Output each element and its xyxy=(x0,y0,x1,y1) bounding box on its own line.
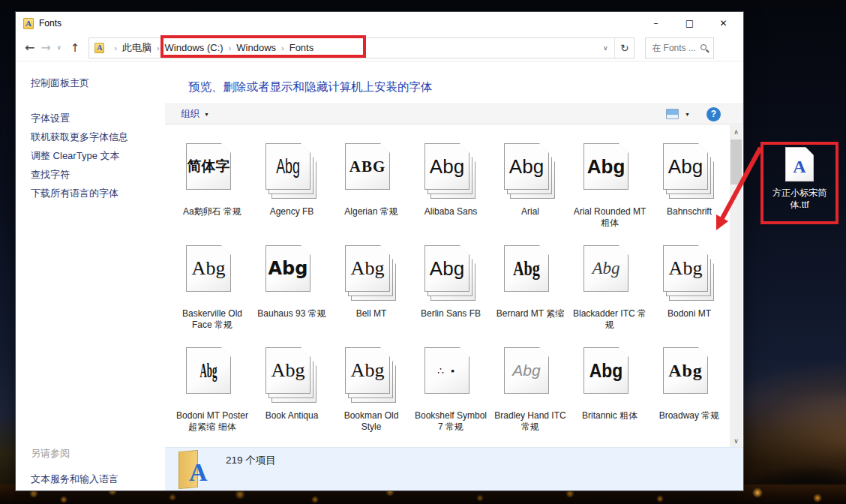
font-item-label: Bahnschrift xyxy=(650,206,729,218)
scroll-down-icon[interactable]: ∨ xyxy=(730,434,742,447)
font-item-label: Bell MT xyxy=(332,308,411,320)
font-item-label: Britannic 粗体 xyxy=(570,410,650,422)
font-item-label: Bradley Hand ITC 常规 xyxy=(490,410,570,433)
sidebar-item-find-character[interactable]: 查找字符 xyxy=(31,165,165,184)
font-item[interactable]: Abg Bradley Hand ITC 常规 xyxy=(490,337,570,439)
font-item-label: Broadway 常规 xyxy=(650,410,729,422)
font-item[interactable]: Abg Berlin Sans FB xyxy=(411,235,490,337)
font-file-icon: Abg xyxy=(582,142,638,200)
navigation-bar: ← → ∨ ↑ › 此电脑 › Windows (C:) › Windows ›… xyxy=(16,34,743,62)
change-view-icon[interactable] xyxy=(666,109,679,119)
font-item[interactable]: Abg Baskerville Old Face 常规 xyxy=(172,235,252,337)
font-item[interactable]: Abg Bernard MT 紧缩 xyxy=(490,235,570,337)
minimize-button[interactable]: – xyxy=(639,12,673,34)
annotation-box-breadcrumb xyxy=(160,35,366,58)
back-icon[interactable]: ← xyxy=(25,40,34,55)
sidebar-item-control-panel-home[interactable]: 控制面板主页 xyxy=(31,74,165,92)
organize-button[interactable]: 组织 ▼ xyxy=(181,108,209,121)
font-item[interactable]: Abg Bahnschrift xyxy=(650,133,729,235)
help-button[interactable]: ? xyxy=(706,107,721,122)
font-item-label: Algerian 常规 xyxy=(332,206,411,218)
font-item[interactable]: Abg Bodoni MT Poster 超紧缩 细体 xyxy=(172,337,252,439)
up-icon[interactable]: ↑ xyxy=(70,41,80,55)
font-item[interactable]: Abg Agency FB xyxy=(252,133,332,235)
font-item[interactable]: 简体字 Aa鹅卵石 常规 xyxy=(172,133,252,235)
font-folder-icon xyxy=(23,18,34,29)
address-fonts-icon xyxy=(94,43,104,53)
breadcrumb-separator: › xyxy=(109,44,122,52)
chevron-down-icon: ▼ xyxy=(204,112,209,117)
font-item[interactable]: Abg Bell MT xyxy=(332,235,411,337)
font-item[interactable]: ABG Algerian 常规 xyxy=(332,133,411,235)
scroll-up-icon[interactable]: ∧ xyxy=(730,125,742,138)
font-item-label: Baskerville Old Face 常规 xyxy=(172,308,252,331)
sidebar-item-download-fonts-all-languages[interactable]: 下载所有语言的字体 xyxy=(31,184,165,202)
font-file-icon: Abg xyxy=(264,142,320,200)
titlebar[interactable]: Fonts – □ ✕ xyxy=(16,12,743,34)
search-box[interactable] xyxy=(645,38,714,58)
close-button[interactable]: ✕ xyxy=(706,12,740,34)
annotation-box-desktop-icon xyxy=(760,142,838,224)
font-item[interactable]: Abg Broadway 常规 xyxy=(650,337,729,439)
font-file-icon: 简体字 xyxy=(184,142,240,200)
font-item[interactable]: Abg Britannic 粗体 xyxy=(570,337,650,439)
details-pane: A 219 个项目 xyxy=(165,447,743,490)
vertical-scrollbar[interactable]: ∧ ∨ xyxy=(730,125,742,447)
fonts-window: Fonts – □ ✕ ← → ∨ ↑ › 此电脑 › Windows (C:)… xyxy=(15,11,744,491)
refresh-icon[interactable]: ↻ xyxy=(614,38,634,58)
font-file-icon: Abg xyxy=(502,346,558,404)
address-dropdown-icon[interactable]: ∨ xyxy=(596,44,614,52)
font-item[interactable]: Abg Bauhaus 93 常规 xyxy=(252,235,332,337)
font-file-icon: Abg xyxy=(264,346,320,404)
sidebar: 控制面板主页 字体设置 联机获取更多字体信息 调整 ClearType 文本 查… xyxy=(16,62,165,490)
sidebar-item-adjust-cleartype[interactable]: 调整 ClearType 文本 xyxy=(31,146,165,165)
sidebar-item-get-more-fonts-online[interactable]: 联机获取更多字体信息 xyxy=(31,128,165,146)
search-icon[interactable] xyxy=(700,44,706,50)
font-file-icon: ABG xyxy=(344,142,399,200)
font-item[interactable]: Abg Arial Rounded MT 粗体 xyxy=(570,133,650,235)
page-title: 预览、删除或者显示和隐藏计算机上安装的字体 xyxy=(188,80,433,95)
font-item-label: Bookshelf Symbol 7 常规 xyxy=(411,410,490,433)
font-item[interactable]: Abg Book Antiqua xyxy=(252,337,332,439)
font-item[interactable]: Abg Blackadder ITC 常规 xyxy=(570,235,650,337)
font-item-label: Berlin Sans FB xyxy=(411,308,490,320)
font-item-label: Bauhaus 93 常规 xyxy=(252,308,332,320)
font-item-label: Agency FB xyxy=(252,206,332,218)
forward-icon[interactable]: → xyxy=(40,40,50,55)
font-file-icon: Abg xyxy=(582,244,638,302)
sidebar-item-text-services-input-languages[interactable]: 文本服务和输入语言 xyxy=(31,470,118,488)
item-count: 219 个项目 xyxy=(226,454,276,467)
font-item[interactable]: ∴ ▪ Bookshelf Symbol 7 常规 xyxy=(411,337,490,439)
font-file-icon: ∴ ▪ xyxy=(423,346,478,404)
font-item[interactable]: Abg Alibaba Sans xyxy=(411,133,490,235)
font-item[interactable]: Abg Arial xyxy=(490,133,570,235)
font-file-icon: Abg xyxy=(662,346,717,404)
font-item-label: Arial Rounded MT 粗体 xyxy=(570,206,650,229)
window-title: Fonts xyxy=(39,18,62,28)
font-file-icon: Abg xyxy=(502,142,558,200)
font-file-icon: Abg xyxy=(423,244,478,302)
views-chevron-down-icon[interactable]: ▼ xyxy=(685,112,690,117)
sidebar-item-font-settings[interactable]: 字体设置 xyxy=(31,109,165,128)
font-item[interactable]: Abg Bodoni MT xyxy=(650,235,729,337)
font-list-area: 简体字 Aa鹅卵石 常规 Abg Agency FB ABG Algerian … xyxy=(165,125,743,447)
scrollbar-thumb[interactable] xyxy=(730,140,742,184)
font-item-label: Book Antiqua xyxy=(252,410,332,422)
font-item-label: Blackadder ITC 常规 xyxy=(570,308,650,331)
font-item[interactable]: Abg Bookman Old Style xyxy=(332,337,411,439)
fonts-folder-icon: A xyxy=(178,451,212,488)
font-file-icon: Abg xyxy=(184,244,240,302)
font-file-icon: Abg xyxy=(582,346,638,404)
history-chevron-icon[interactable]: ∨ xyxy=(57,44,62,51)
font-file-icon: Abg xyxy=(423,142,478,200)
font-file-icon: Abg xyxy=(662,244,717,302)
font-grid: 简体字 Aa鹅卵石 常规 Abg Agency FB ABG Algerian … xyxy=(172,133,729,439)
maximize-button[interactable]: □ xyxy=(673,12,706,34)
command-toolbar: 组织 ▼ ▼ ? xyxy=(165,104,743,124)
organize-label: 组织 xyxy=(181,108,200,121)
font-file-icon: Abg xyxy=(344,346,399,404)
see-also-heading: 另请参阅 xyxy=(31,447,118,460)
font-file-icon: Abg xyxy=(264,244,320,302)
font-file-icon: Abg xyxy=(662,142,717,200)
breadcrumb-segment-this-pc[interactable]: 此电脑 xyxy=(122,41,152,55)
